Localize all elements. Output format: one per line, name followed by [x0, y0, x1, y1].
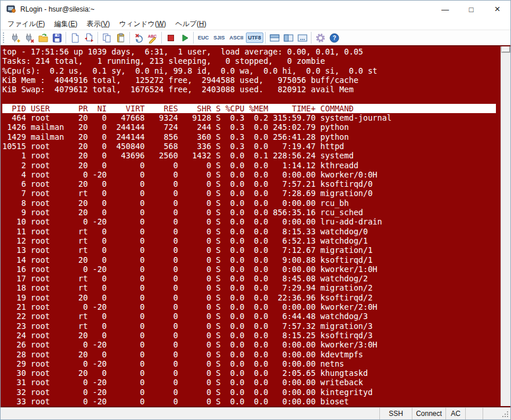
help-icon: ? — [329, 32, 340, 44]
copy-button[interactable] — [100, 31, 114, 45]
text-abc-button[interactable]: ABC — [146, 31, 160, 45]
resize-grip[interactable] — [499, 408, 510, 419]
menu-bar: ファイル(F) 編集(E) 表示(V) ウィンドウ(W) ヘルプ(H) — [1, 18, 510, 30]
process-row: 31 root 0 -20 0 0 0 S 0.0 0.0 0:00.00 wr… — [2, 378, 510, 387]
save-button[interactable] — [50, 31, 64, 45]
charset-sjis-button[interactable]: SJIS — [211, 32, 227, 43]
menu-edit[interactable]: 編集(E) — [49, 18, 82, 30]
menu-help[interactable]: ヘルプ(H) — [171, 18, 211, 30]
split-vertical-icon — [283, 32, 294, 44]
terminal-summary-line: %Cpu(s): 0.2 us, 0.1 sy, 0.0 ni, 99.8 id… — [2, 66, 510, 75]
title-bar[interactable]: RLogin - hsur@silesia:~ — □ × — [1, 1, 510, 18]
terminal-summary-line: Tasks: 214 total, 1 running, 213 sleepin… — [2, 56, 510, 66]
svg-text:?: ? — [332, 35, 336, 41]
open-button[interactable] — [36, 31, 50, 45]
new-window-button[interactable] — [295, 31, 309, 45]
minimize-button[interactable]: — — [432, 1, 458, 18]
terminal-summary-line: top - 17:51:56 up 1039 days, 6:31, 1 use… — [2, 47, 510, 56]
toolbar-separator — [161, 32, 162, 44]
process-row: 1426 mailman 20 0 244144 724 244 S 0.3 0… — [2, 122, 510, 132]
new-connection-button[interactable] — [8, 31, 22, 45]
process-row: 9 root 20 0 0 0 0 S 0.0 0.0 856:35.16 rc… — [2, 208, 510, 217]
toolbar: ABC EUC SJIS ASCII UTF8 — [1, 30, 510, 45]
stop-icon — [165, 32, 176, 44]
process-row: 13 root rt 0 0 0 0 S 0.0 0.0 7:12.67 mig… — [2, 245, 510, 255]
split-horizontal-icon — [269, 32, 280, 44]
toolbar-separator — [97, 32, 98, 44]
close-button[interactable]: × — [484, 1, 510, 18]
window-dots-icon — [297, 32, 308, 44]
process-row: 24 root 20 0 0 0 0 S 0.0 0.0 8:15.25 kso… — [2, 331, 510, 340]
split-vertical-button[interactable] — [281, 31, 295, 45]
process-table-header: PIÐ USER PR NI VIRT RES SHR S %CPU %MEM … — [2, 104, 496, 113]
process-row: 7 root rt 0 0 0 0 S 0.0 0.0 7:28.69 migr… — [2, 189, 510, 198]
process-row: 12 root rt 0 0 0 0 S 0.0 0.0 6:52.13 wat… — [2, 236, 510, 245]
process-row: 23 root rt 0 0 0 0 S 0.0 0.0 7:57.32 mig… — [2, 321, 510, 331]
process-row: 16 root 0 -20 0 0 0 S 0.0 0.0 0:00.00 kw… — [2, 265, 510, 274]
menu-file[interactable]: ファイル(F) — [3, 18, 49, 30]
paste-button[interactable] — [114, 31, 128, 45]
floppy-icon — [52, 32, 63, 44]
file-transfer-button[interactable] — [82, 31, 96, 45]
status-connection: Connect — [412, 408, 445, 419]
process-row: 8 root 20 0 0 0 0 S 0.0 0.0 0:00.00 rcu_… — [2, 198, 510, 208]
disconnect-button[interactable] — [22, 31, 36, 45]
process-row: 2 root 20 0 0 0 0 S 0.0 0.0 1:14.12 kthr… — [2, 161, 510, 170]
window-title: RLogin - hsur@silesia:~ — [20, 5, 95, 13]
process-row: 19 root 20 0 0 0 0 S 0.0 0.0 22:36.96 ks… — [2, 293, 510, 302]
gear-icon — [315, 32, 326, 44]
toolbar-separator — [311, 32, 311, 44]
paste-icon — [115, 32, 126, 44]
process-row: 10 root 0 -20 0 0 0 S 0.0 0.0 0:00.00 lr… — [2, 217, 510, 226]
charset-utf8-button[interactable]: UTF8 — [246, 32, 264, 43]
charset-ascii-button[interactable]: ASCII — [227, 32, 246, 43]
process-row: 21 root 0 -20 0 0 0 S 0.0 0.0 0:00.00 kw… — [2, 302, 510, 312]
plug-x-icon — [24, 32, 35, 44]
process-row: 18 root rt 0 0 0 0 S 0.0 0.0 7:29.94 mig… — [2, 283, 510, 292]
app-icon — [6, 5, 16, 15]
toolbar-separator — [265, 32, 266, 44]
maximize-button[interactable]: □ — [458, 1, 484, 18]
status-filler — [1, 408, 379, 419]
process-row: 4 root 0 -20 0 0 0 S 0.0 0.0 0:00.00 kwo… — [2, 170, 510, 179]
terminal-screen[interactable]: top - 17:51:56 up 1039 days, 6:31, 1 use… — [1, 45, 510, 407]
process-row: 30 root 20 0 0 0 0 S 0.0 0.0 2:05.65 khu… — [2, 368, 510, 378]
status-empty-1 — [465, 408, 483, 419]
terminal-output: top - 17:51:56 up 1039 days, 6:31, 1 use… — [1, 46, 510, 406]
stop-button[interactable] — [164, 31, 177, 45]
clear-screen-button[interactable] — [132, 31, 146, 45]
help-button[interactable]: ? — [327, 31, 341, 45]
play-icon — [179, 32, 190, 44]
process-row: 28 root 20 0 0 0 0 S 0.0 0.0 0:00.00 kde… — [2, 350, 510, 359]
document-icon — [70, 32, 81, 44]
process-row: 1 root 20 0 43696 2560 1432 S 0.0 0.1 22… — [2, 151, 510, 160]
abc-pencil-icon: ABC — [147, 32, 158, 44]
process-row: 17 root rt 0 0 0 0 S 0.0 0.0 8:45.08 wat… — [2, 274, 510, 283]
process-row: 32 root 0 -20 0 0 0 S 0.0 0.0 0:00.00 ki… — [2, 388, 510, 397]
toolbar-separator — [129, 32, 130, 44]
process-row: 14 root 20 0 0 0 0 S 0.0 0.0 9:00.88 kso… — [2, 255, 510, 265]
terminal-summary-line: KiB Mem : 4044916 total, 125272 free, 29… — [2, 75, 510, 85]
start-button[interactable] — [177, 31, 191, 45]
plug-plus-icon — [10, 32, 21, 44]
menu-view[interactable]: 表示(V) — [82, 18, 114, 30]
split-horizontal-button[interactable] — [267, 31, 281, 45]
settings-button[interactable] — [313, 31, 327, 45]
terminal-summary-line: KiB Swap: 4079612 total, 1676524 free, 2… — [2, 85, 510, 94]
scrollbar-thumb[interactable] — [502, 46, 510, 52]
process-row: 11 root rt 0 0 0 0 S 0.0 0.0 8:15.33 wat… — [2, 227, 510, 236]
terminal-scrollbar[interactable] — [501, 46, 510, 406]
toolbar-grip[interactable] — [3, 32, 6, 43]
status-mode: AC — [445, 408, 465, 419]
process-row: 29 root 0 -20 0 0 0 S 0.0 0.0 0:00.00 ne… — [2, 359, 510, 368]
svg-text:ABC: ABC — [148, 34, 157, 38]
charset-euc-button[interactable]: EUC — [195, 32, 211, 43]
rlogin-window: RLogin - hsur@silesia:~ — □ × ファイル(F) 編集… — [0, 0, 511, 420]
clear-x-arrow-icon — [133, 32, 144, 44]
copy-icon — [102, 32, 113, 44]
process-row: 10515 root 20 0 450840 568 336 S 0.3 0.0… — [2, 142, 510, 151]
process-row: 33 root 0 -20 0 0 0 S 0.0 0.0 0:00.00 bi… — [2, 397, 510, 406]
new-document-button[interactable] — [68, 31, 82, 45]
process-row: 26 root 0 -20 0 0 0 S 0.0 0.0 0:00.00 kw… — [2, 340, 510, 349]
menu-window[interactable]: ウィンドウ(W) — [115, 18, 171, 30]
